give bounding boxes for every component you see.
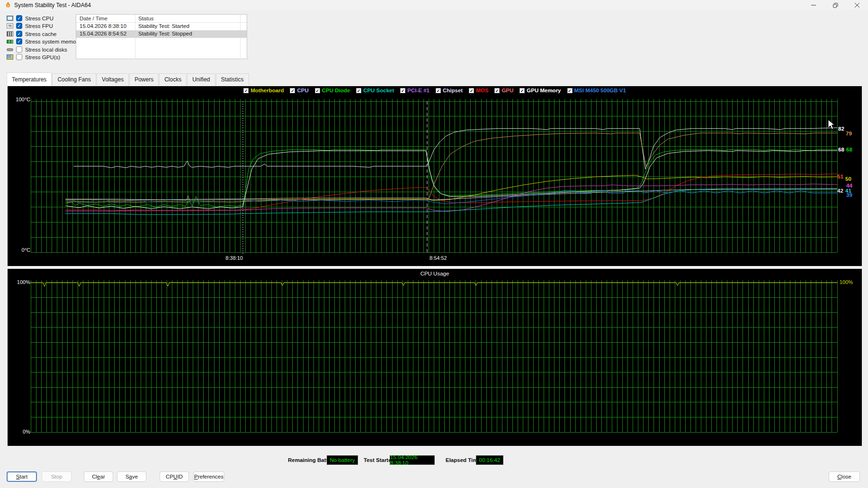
mouse-cursor [828,119,835,131]
series-value-label: 79 [846,131,852,136]
stress-option-label: Stress FPU [25,23,53,29]
stress-fpu-checkbox[interactable]: ✓ [16,23,22,29]
series-value-label: 39 [846,192,852,198]
stress-option-memory[interactable]: ✓ Stress system memory [7,38,81,45]
log-column-status[interactable]: Status [138,16,154,21]
stress-option-label: Stress local disks [25,47,67,53]
stress-option-label: Stress system memory [25,39,81,44]
tab-cooling-fans[interactable]: Cooling Fans [52,73,96,86]
series-value-label: 82 [838,126,844,132]
log-row[interactable]: 15.04.2026 8:38:10 Stability Test: Start… [76,23,247,30]
test-started-value: 15.04.2026 8:38:10 [390,455,435,465]
cpu-usage-chart [8,269,862,446]
battery-value: No battery [327,455,358,465]
preferences-button[interactable]: Preferences [193,471,224,482]
log-cell-time: 15.04.2026 8:54:52 [80,31,126,36]
title-bar: System Stability Test - AIDA64 [0,0,868,10]
clear-button[interactable]: Clear [84,471,113,482]
stress-option-label: Stress cache [25,31,56,37]
minimize-button[interactable] [803,0,824,10]
disk-icon [7,48,13,51]
elapsed-time-value: 00:16:42 [476,455,503,465]
cpu-usage-chart-panel: CPU Usage 100% 100% 0% [8,269,862,446]
log-cell-status: Stability Test: Stopped [138,31,192,36]
log-column-datetime[interactable]: Date / Time [80,16,107,21]
gpu-icon [7,54,13,60]
restore-icon [833,3,838,8]
tab-statistics[interactable]: Statistics [216,73,249,86]
log-header: Date / Time Status [76,15,247,23]
fpu-icon: % [7,23,13,28]
time-marker-label: 8:54:52 [430,255,447,261]
series-value-label: 42 [837,188,843,194]
log-cell-status: Stability Test: Started [138,23,189,29]
tab-voltages[interactable]: Voltages [97,73,129,86]
log-row-selected[interactable]: 15.04.2026 8:54:52 Stability Test: Stopp… [76,30,247,38]
aida64-flame-icon [5,2,11,9]
close-icon [855,3,859,8]
restore-button[interactable] [824,0,846,10]
close-button[interactable]: Close [829,471,860,482]
tab-powers[interactable]: Powers [129,73,159,86]
series-msi-m450-500gb-v1 [65,191,837,204]
stress-gpu-checkbox[interactable] [16,54,22,60]
temperature-chart: 8:38:108:54:5282796868515044424139 [8,86,862,266]
stress-option-cpu[interactable]: ✓ Stress CPU [7,15,54,22]
close-window-button[interactable] [846,0,868,10]
stress-option-cache[interactable]: ✓ Stress cache [7,30,56,37]
cache-icon [7,31,13,36]
series-chipset [65,188,837,200]
stress-memory-checkbox[interactable]: ✓ [16,38,22,44]
stress-option-fpu[interactable]: % ✓ Stress FPU [7,22,53,29]
stress-option-label: Stress GPU(s) [25,54,60,60]
series-value-label: 68 [838,147,844,152]
chart-tab-bar: Temperatures Cooling Fans Voltages Power… [7,73,250,86]
temperature-chart-panel: ✓Motherboard ✓CPU ✓CPU Diode ✓CPU Socket… [8,86,862,266]
stress-disks-checkbox[interactable] [16,46,22,53]
series-value-label: 51 [837,174,843,179]
log-cell-time: 15.04.2026 8:38:10 [80,23,126,29]
stress-option-label: Stress CPU [25,16,54,21]
cpuid-button[interactable]: CPUID [160,471,189,482]
memory-icon [7,40,13,44]
series-value-label: 50 [845,176,851,182]
series-gpu [65,184,837,212]
stress-cpu-checkbox[interactable]: ✓ [16,15,22,21]
series-value-label: 68 [846,147,852,152]
tab-clocks[interactable]: Clocks [159,73,187,86]
time-marker-label: 8:38:10 [225,255,243,261]
stress-option-disks[interactable]: Stress local disks [7,46,67,53]
stress-cache-checkbox[interactable]: ✓ [16,31,22,37]
cpu-icon [7,16,13,21]
save-button[interactable]: Save [117,471,146,482]
stop-button[interactable]: Stop [42,471,72,482]
event-log-list[interactable]: Date / Time Status 15.04.2026 8:38:10 St… [76,14,247,59]
stress-option-gpu[interactable]: Stress GPU(s) [7,53,60,61]
series-cpu-diode [65,150,837,207]
tab-temperatures[interactable]: Temperatures [7,72,52,86]
window-title: System Stability Test - AIDA64 [14,2,91,9]
start-button[interactable]: Start [7,471,37,482]
tab-unified[interactable]: Unified [187,73,215,86]
minimize-icon [811,3,816,8]
